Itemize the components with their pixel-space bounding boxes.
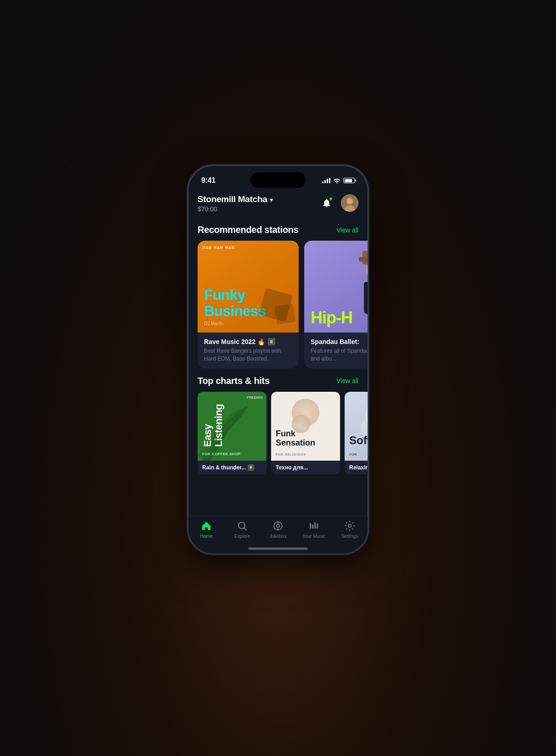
funk-subtitle: FOR RELIGIOUS bbox=[276, 453, 306, 456]
jukebox-label: Jukebox bbox=[269, 534, 286, 539]
wifi-icon bbox=[333, 178, 340, 183]
signal-icon bbox=[322, 178, 330, 183]
soft-card-image: Soft FOR bbox=[345, 392, 368, 461]
nav-item-explore[interactable]: Explore bbox=[224, 520, 260, 539]
dynamic-island bbox=[250, 172, 306, 188]
funky-background: R&B R&B R&B FunkyBusiness DJ Martin bbox=[198, 241, 299, 333]
top-charts-header: Top charts & hits View all bbox=[188, 368, 368, 392]
stations-scroll[interactable]: R&B R&B R&B FunkyBusiness DJ Martin bbox=[188, 241, 368, 368]
main-scroll[interactable]: Recommended stations View all R&B R&B R&… bbox=[188, 217, 368, 553]
recommended-stations-header: Recommended stations View all bbox=[188, 217, 368, 241]
funky-station-desc: Best Rave Bangers playlist with Hard EDM… bbox=[204, 347, 292, 363]
header-right bbox=[318, 194, 358, 212]
home-label: Home bbox=[200, 534, 213, 539]
soft-background: Soft FOR bbox=[345, 392, 368, 461]
charts-scroll[interactable]: FREEMIX Easy Listening FOR COFFEE SHOP bbox=[188, 392, 368, 474]
svg-point-16 bbox=[348, 525, 351, 527]
app-header: Stonemill Matcha ▾ $70.00 bbox=[188, 189, 368, 217]
app-content: Stonemill Matcha ▾ $70.00 bbox=[188, 189, 368, 553]
chart-card-funk[interactable]: FunkSensation FOR RELIGIOUS Техно для... bbox=[271, 392, 340, 474]
hiphop-card-image: FUNK FUNK F bbox=[304, 241, 368, 333]
soft-shapes bbox=[345, 392, 368, 461]
station-card-funky[interactable]: R&B R&B R&B FunkyBusiness DJ Martin bbox=[198, 241, 299, 368]
svg-rect-14 bbox=[314, 522, 316, 529]
soft-card-info: Relaxing... bbox=[345, 461, 368, 474]
status-icons bbox=[322, 178, 355, 183]
balance: $70.00 bbox=[198, 205, 273, 213]
explicit-badge: E bbox=[268, 338, 275, 345]
notification-dot bbox=[329, 197, 333, 201]
funky-genre-tags: R&B R&B R&B bbox=[202, 245, 235, 250]
easy-card-image: FREEMIX Easy Listening FOR COFFEE SHOP bbox=[198, 392, 267, 461]
top-charts-title: Top charts & hits bbox=[198, 376, 270, 386]
chart-card-soft[interactable]: Soft FOR Relaxing... bbox=[345, 392, 368, 474]
hiphop-title: Hip-H bbox=[311, 310, 352, 326]
svg-rect-13 bbox=[312, 525, 313, 529]
chart-card-easy[interactable]: FREEMIX Easy Listening FOR COFFEE SHOP bbox=[198, 392, 267, 474]
nav-item-jukebox[interactable]: Jukebox bbox=[260, 520, 296, 539]
notification-button[interactable] bbox=[318, 194, 335, 212]
station-card-hiphop[interactable]: FUNK FUNK F bbox=[304, 241, 368, 368]
home-indicator bbox=[248, 547, 308, 550]
funk-title: FunkSensation bbox=[271, 429, 340, 448]
store-name-row[interactable]: Stonemill Matcha ▾ bbox=[198, 194, 273, 204]
home-icon bbox=[200, 520, 212, 532]
recommended-stations-title: Recommended stations bbox=[198, 225, 299, 235]
avatar[interactable] bbox=[341, 194, 358, 212]
hiphop-background: FUNK FUNK F bbox=[304, 241, 368, 333]
hiphop-station-name: Spandau Ballet: bbox=[311, 338, 368, 345]
svg-point-9 bbox=[277, 525, 279, 527]
funky-station-name: Rave Music 2022 🔥 E bbox=[204, 338, 292, 345]
svg-point-1 bbox=[346, 198, 353, 204]
person-silhouette bbox=[350, 250, 368, 333]
recommended-view-all-button[interactable]: View all bbox=[336, 226, 358, 234]
top-charts-view-all-button[interactable]: View all bbox=[336, 377, 358, 384]
soft-title: Soft bbox=[349, 434, 368, 447]
easy-explicit-badge: E bbox=[248, 464, 254, 471]
battery-icon bbox=[343, 178, 355, 183]
scene: 9:41 bbox=[0, 0, 556, 756]
header-left: Stonemill Matcha ▾ $70.00 bbox=[198, 194, 273, 213]
svg-rect-15 bbox=[317, 524, 318, 529]
person-hat bbox=[363, 251, 368, 265]
funk-card-image: FunkSensation FOR RELIGIOUS bbox=[271, 392, 340, 461]
soft-chart-name: Relaxing... bbox=[349, 464, 368, 471]
easy-card-info: Rain & thunder... E bbox=[198, 461, 267, 474]
nav-item-home[interactable]: Home bbox=[188, 520, 224, 539]
avatar-image bbox=[341, 194, 358, 212]
phone-frame: 9:41 bbox=[188, 166, 368, 553]
easy-chart-name: Rain & thunder... E bbox=[202, 464, 262, 471]
explore-icon bbox=[236, 520, 248, 532]
hiphop-card-info: Spandau Ballet: Features all of Spandau … bbox=[304, 333, 368, 368]
easy-title: Easy Listening bbox=[202, 392, 224, 447]
easy-subtitle: FOR COFFEE SHOP bbox=[202, 452, 241, 456]
svg-line-7 bbox=[244, 528, 247, 530]
settings-label: Settings bbox=[341, 534, 358, 539]
funky-card-info: Rave Music 2022 🔥 E Best Rave Bangers pl… bbox=[198, 333, 299, 368]
funk-chart-name: Техно для... bbox=[276, 464, 335, 471]
status-time: 9:41 bbox=[201, 176, 216, 185]
jukebox-icon bbox=[272, 520, 284, 532]
funk-background: FunkSensation FOR RELIGIOUS bbox=[271, 392, 340, 461]
settings-icon bbox=[344, 520, 356, 532]
easy-background: FREEMIX Easy Listening FOR COFFEE SHOP bbox=[198, 392, 267, 461]
store-name: Stonemill Matcha bbox=[198, 194, 267, 204]
soft-subtitle: FOR bbox=[349, 453, 357, 456]
svg-rect-12 bbox=[310, 523, 311, 529]
nav-item-your-music[interactable]: Your Music bbox=[296, 520, 332, 539]
funky-shape2 bbox=[274, 304, 295, 324]
funk-card-info: Техно для... bbox=[271, 461, 340, 474]
easy-badge: FREEMIX bbox=[246, 395, 263, 400]
hiphop-station-desc: Features all of Spandau biggest hits and… bbox=[311, 347, 368, 363]
chevron-down-icon: ▾ bbox=[270, 196, 273, 203]
funky-card-image: R&B R&B R&B FunkyBusiness DJ Martin bbox=[198, 241, 299, 333]
your-music-icon bbox=[308, 520, 320, 532]
nav-item-settings[interactable]: Settings bbox=[332, 520, 368, 539]
explore-label: Explore bbox=[234, 534, 250, 539]
your-music-label: Your Music bbox=[302, 534, 325, 539]
